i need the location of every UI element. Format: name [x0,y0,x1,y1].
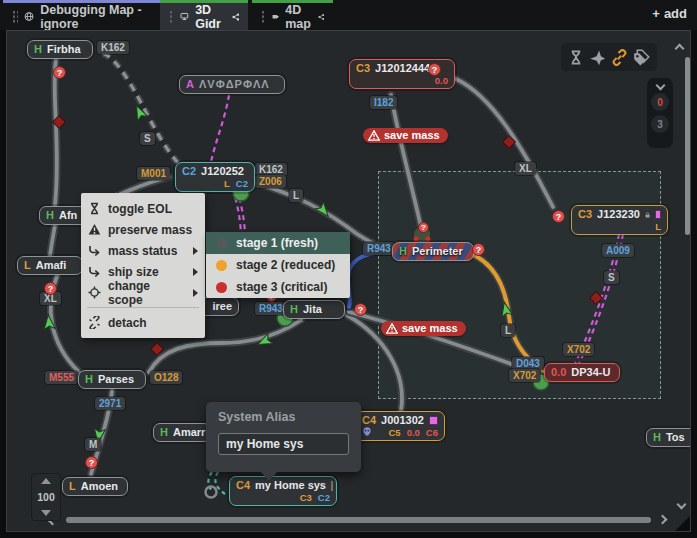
sig-label[interactable]: A009 [602,244,634,257]
alias-input[interactable] [218,433,349,455]
tab-label: 3D Gidr [195,3,225,31]
add-map-button[interactable]: + add [652,6,687,21]
tab-debugging-map[interactable]: Debugging Map - ignore [3,0,160,30]
menu-item-preserve-mass[interactable]: preserve mass [81,219,205,240]
sig-label[interactable]: X702 [563,343,594,356]
system-node-amafi[interactable]: LAmafi [17,256,83,275]
status-unknown-badge: ? [552,210,565,223]
sig-label[interactable]: R943 [363,242,395,255]
plane-icon[interactable] [589,49,606,66]
system-name: Amafi [36,259,67,272]
system-node-amoen[interactable]: LAmoen [62,477,128,496]
hourglass-icon[interactable] [568,49,584,66]
share-icon[interactable] [318,11,324,23]
sec-class: H [160,426,168,439]
sig-label[interactable]: O128 [150,371,182,384]
sig-label[interactable]: I182 [370,96,397,109]
zoom-in-icon[interactable] [41,478,51,484]
submenu-arrow-icon [193,289,198,297]
zoom-out-icon[interactable] [41,510,51,516]
tags-icon[interactable] [633,49,650,66]
menu-item-label: preserve mass [108,223,198,237]
system-node-j001302[interactable]: C4J001302 C50.0C6 [355,411,445,441]
menu-separator [87,307,199,308]
save-mass-label: save mass [402,322,458,334]
menu-item-label: ship size [108,265,186,279]
status-unknown-badge: ? [418,222,429,233]
chevron-down-icon[interactable] [655,81,665,91]
status-unknown-badge: ? [44,282,57,295]
drag-handle-icon[interactable] [12,10,18,23]
vertical-scrollbar[interactable] [685,57,690,235]
tab-3d-gidr[interactable]: 3D Gidr [160,0,248,30]
system-node-j120252[interactable]: C2J120252 LC2 [175,162,255,192]
system-name: Afn [59,209,77,222]
link-icon[interactable] [611,49,628,66]
count-badge[interactable]: 0 [651,93,669,111]
submenu-arrow-icon [193,268,198,276]
stage-dot-icon [216,282,227,293]
submenu-item-stage1[interactable]: stage 1 (fresh) [206,232,350,254]
system-name: Tos [666,431,685,444]
sig-label[interactable]: Z006 [255,175,286,188]
stage-dot-icon [216,238,227,249]
drag-handle-icon[interactable] [169,10,174,23]
menu-item-toggle-eol[interactable]: toggle EOL [81,198,205,219]
system-node-unknown[interactable]: AΛVΦΔΡΦΛΛ [179,75,285,94]
tag: C5 [388,427,400,438]
sec-status: 0.0 [435,75,448,86]
menu-item-change-scope[interactable]: change scope [81,282,205,303]
menu-item-label: toggle EOL [108,202,198,216]
wh-class: C2 [182,165,196,178]
wh-class: C3 [578,208,592,221]
system-name: Jita [303,303,322,316]
horizontal-scrollbar[interactable] [66,517,651,523]
sig-label[interactable]: M001 [137,167,170,180]
map-canvas[interactable]: K162 S M001 K162 Z006 L XL XL I182 A009 … [6,30,691,532]
tab-label: 4D map [285,3,311,31]
system-node-j123230[interactable]: C3J123230 L [571,205,668,235]
system-node-amarr[interactable]: HAmarr [153,423,211,442]
submenu-item-stage3[interactable]: stage 3 (critical) [206,276,350,298]
sec-status: 0.0 [551,366,566,379]
system-node-dp34u[interactable]: 0.0DP34-U [544,363,620,382]
stage-dot-icon [216,260,227,271]
system-node-tos[interactable]: HTos [646,428,691,447]
menu-item-detach[interactable]: detach [81,312,205,333]
sec-class: H [46,209,54,222]
system-name: iree [212,300,232,313]
tag: C2 [318,492,330,503]
system-name: Firbha [47,43,81,56]
menu-item-mass-status[interactable]: mass status [81,240,205,261]
sig-label[interactable]: M555 [45,371,78,384]
tab-4d-map[interactable]: 4D map [252,0,333,30]
drag-handle-icon[interactable] [261,10,266,23]
system-node-jita[interactable]: HJita [283,300,345,319]
submenu-item-stage2[interactable]: stage 2 (reduced) [206,254,350,276]
system-node-myhome[interactable]: C4my Home sys C3C2 [229,476,337,506]
hourglass-icon [88,202,101,215]
mass-status-submenu: stage 1 (fresh) stage 2 (reduced) stage … [206,232,350,298]
sig-label[interactable]: X702 [509,369,540,382]
size-label: S [140,132,155,145]
branch-arrow-icon [88,244,101,257]
wh-class: C4 [362,414,376,427]
system-name: Perimeter [412,245,463,258]
system-node-firbha[interactable]: HFirbha [27,40,93,59]
scope-icon [88,286,101,299]
tag-square-icon [429,416,438,425]
sec-class: A [186,78,194,91]
sec-class: H [85,373,93,386]
connection-context-menu: toggle EOL preserve mass mass status shi… [81,193,205,338]
count-badge[interactable]: 3 [651,115,669,133]
tag: C2 [236,178,248,189]
status-unknown-badge: ? [53,66,66,79]
system-node-parses[interactable]: HParses [78,370,146,389]
share-icon[interactable] [232,11,239,23]
zoom-level: 100 [37,491,55,503]
branch-arrow-icon [88,265,101,278]
sig-label[interactable]: 2971 [95,397,125,410]
sig-label[interactable]: K162 [97,41,129,54]
system-node-perimeter[interactable]: HPerimeter [392,242,474,261]
submenu-item-label: stage 2 (reduced) [236,258,335,272]
